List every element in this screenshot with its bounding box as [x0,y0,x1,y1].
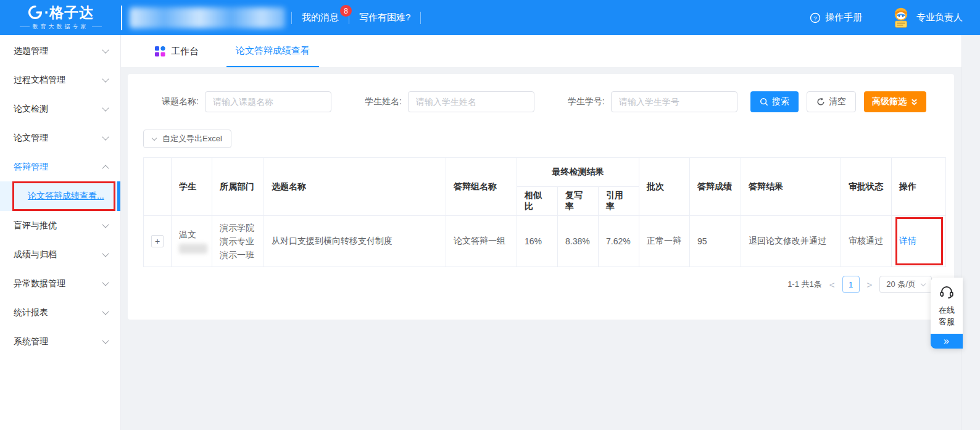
pagination-total: 1-1 共1条 [787,279,822,290]
sidebar-item-statistics-report[interactable]: 统计报表 [0,298,120,327]
sidebar-item-label: 盲评与推优 [14,220,103,231]
chevron-down-icon [921,281,926,286]
export-excel-button[interactable]: 自定义导出Excel [143,130,231,148]
col-batch: 批次 [639,158,690,216]
col-final-check-result: 最终检测结果 [517,158,639,187]
cell-citation-rate: 7.62% [599,216,639,267]
sidebar-item-paper-check[interactable]: 论文检测 [0,94,120,123]
student-name: 温文 [179,229,204,241]
clear-button-label: 清空 [829,96,846,107]
col-copy-rate: 复写率 [558,187,599,216]
col-approval-status: 审批状态 [841,158,892,216]
prev-page-button[interactable]: < [828,279,836,290]
header-divider [121,6,122,30]
filter-topic-name: 课题名称: [162,91,331,112]
student-id-blurred [179,244,207,254]
filter-bar: 课题名称: 学生姓名: 学生学号: [128,74,954,112]
app-body: 选题管理 过程文档管理 论文检测 论文管理 答辩管理 论文答辩成绩查看... 盲… [0,35,980,430]
sidebar-item-process-docs[interactable]: 过程文档管理 [0,65,120,94]
chevron-down-icon [102,279,109,286]
advanced-filter-button[interactable]: 高级筛选 [864,91,926,112]
sidebar-subitem-label: 论文答辩成绩查看... [28,191,104,202]
sidebar-item-system-management[interactable]: 系统管理 [0,327,120,356]
detail-link[interactable]: 详情 [899,236,916,246]
student-id-input[interactable] [611,91,737,112]
sidebar-item-abnormal-data[interactable]: 异常数据管理 [0,269,120,298]
col-defense-result: 答辩结果 [741,158,841,216]
chevron-down-icon [102,104,109,111]
sidebar-item-label: 成绩与归档 [14,249,103,260]
mascot-avatar-icon [891,7,911,29]
chevron-up-icon [102,165,109,172]
manual-label: 操作手册 [825,12,862,23]
col-student: 学生 [172,158,212,216]
col-expand [144,158,172,216]
sidebar-item-label: 过程文档管理 [14,75,103,86]
chevron-down-icon [152,135,157,140]
chevron-down-icon [102,133,109,140]
sidebar: 选题管理 过程文档管理 论文检测 论文管理 答辩管理 论文答辩成绩查看... 盲… [0,35,121,430]
content-area: 课题名称: 学生姓名: 学生学号: [121,68,980,430]
collapse-widget-button[interactable]: » [931,334,963,349]
manual-button[interactable]: ? 操作手册 [810,12,862,23]
scrollbar-track[interactable] [961,35,980,430]
chevron-down-icon [102,46,109,53]
sidebar-item-scores-archive[interactable]: 成绩与归档 [0,240,120,269]
sidebar-item-label: 统计报表 [14,307,103,318]
cell-approval-status: 审核通过 [841,216,892,267]
filter-student-name: 学生姓名: [365,91,534,112]
customer-service-widget[interactable]: 在线 客服 » [931,278,963,349]
toolbar: 自定义导出Excel [143,130,954,148]
topic-name-input[interactable] [205,91,331,112]
chevron-down-icon [102,250,109,257]
service-label-line2: 客服 [931,316,963,328]
page-number-button[interactable]: 1 [842,276,860,293]
cell-similarity: 16% [517,216,558,267]
my-messages-link[interactable]: 我的消息 8 [292,12,349,23]
advanced-filter-label: 高级筛选 [872,96,907,107]
search-button[interactable]: 搜索 [750,91,799,112]
brand-tagline: 教育大数据专家 [17,23,105,31]
logo-g-icon [27,4,44,20]
sidebar-item-defense-score-view[interactable]: 论文答辩成绩查看... [0,181,120,211]
results-table: 学生 所属部门 选题名称 答辩组名称 最终检测结果 批次 答辩成绩 答辩结果 审… [143,157,946,267]
sidebar-item-blind-review[interactable]: 盲评与推优 [0,211,120,240]
col-citation-rate: 引用率 [599,187,639,216]
sidebar-item-topic-management[interactable]: 选题管理 [0,36,120,65]
search-button-label: 搜索 [772,96,789,107]
tab-workbench[interactable]: 工作台 [146,35,208,67]
grid-icon [155,46,165,57]
tab-defense-score-view[interactable]: 论文答辩成绩查看 [226,35,319,67]
chevron-down-icon [102,337,109,344]
search-icon [760,97,768,106]
writing-help-label: 写作有困难? [359,12,410,22]
account-label: 专业负责人 [916,12,963,23]
tab-label: 工作台 [171,46,199,57]
app-logo[interactable]: ·格子达 教育大数据专家 [0,4,121,31]
export-excel-label: 自定义导出Excel [162,133,222,144]
sidebar-item-paper-management[interactable]: 论文管理 [0,123,120,152]
clear-button[interactable]: 清空 [807,91,856,112]
student-name-input[interactable] [408,91,534,112]
nav-divider [420,12,421,24]
page-size-select[interactable]: 20 条/页 [879,276,932,293]
sidebar-item-defense-management[interactable]: 答辩管理 [0,152,120,181]
topic-name-label: 课题名称: [162,96,199,107]
account-menu[interactable]: 专业负责人 [891,7,963,29]
next-page-button[interactable]: > [866,279,874,290]
sidebar-item-label: 答辩管理 [14,162,103,173]
active-indicator-bar [117,181,120,211]
cell-operation: 详情 [892,216,946,267]
filter-student-id: 学生学号: [568,91,737,112]
writing-help-link[interactable]: 写作有困难? [349,12,420,23]
cell-student: 温文 [172,216,212,267]
col-operation: 操作 [892,158,946,216]
cell-topic: 从对口支援到横向转移支付制度 [264,216,446,267]
sidebar-item-label: 系统管理 [14,336,103,347]
expand-row-button[interactable]: + [151,235,164,247]
student-name-label: 学生姓名: [365,96,402,107]
sidebar-item-label: 选题管理 [14,46,103,57]
chevron-down-icon [102,221,109,228]
headset-icon [939,285,954,299]
header-nav: 我的消息 8 写作有困难? [291,12,421,24]
